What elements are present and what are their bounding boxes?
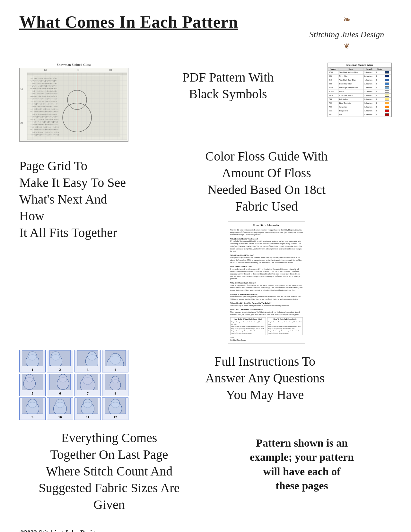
floss-name: Very Dark Baby Blue (338, 78, 363, 82)
floss-number: 321 (328, 113, 338, 117)
svg-text:◊/×+○×◊+/×○◊×+/◊×○+/◊×+○◊/×: ◊/×+○×◊+/×○◊×+/◊×○+/◊×+○◊/× (31, 80, 57, 82)
section-floss: What Floss Should You Use? (230, 254, 303, 257)
page-title: What Comes In Each Pattern (19, 13, 238, 31)
floss-row: 312 Very Dark Baby Blue 4.2 meters 1 (328, 78, 391, 82)
floss-name: Red (338, 113, 363, 117)
svg-text:×◊+×◊/×+○×◊/×+○◊×/+◊×○+/◊×+: ×◊+×◊/×+○×◊/×+○◊×/+◊×○+/◊×+ (31, 77, 57, 79)
svg-point-129 (83, 399, 92, 408)
page-thumbnail: 7 (74, 374, 101, 396)
page-number-label: 9 (20, 415, 45, 419)
floss-length: 1.5 meters (363, 93, 375, 97)
section-start: Where Should I Start My Pattern On The F… (230, 302, 303, 304)
copyright-text: ©2023 Stitching Jules Design (19, 529, 99, 532)
section-fabric: What Fabric Should You Choose? (230, 238, 303, 240)
svg-point-48 (51, 352, 60, 360)
svg-text:+×○◊+×○◊+×○◊/+×○◊+×○◊/+×○◊+: +×○◊+×○◊+×○◊/+×○◊+×○◊/+×○◊+ (31, 113, 58, 115)
page-number-label: 5 (20, 391, 45, 395)
section-mono: I Bought A Monochrome Pattern? (230, 293, 303, 296)
page-number-label: 10 (47, 415, 73, 419)
floss-color-swatch (384, 82, 391, 86)
brand-logo: ❧ Stitching Jules Design ❦ (302, 13, 392, 53)
instructions-signature: JulesStitching Jules Design (230, 336, 303, 341)
true-cross-stitch-box: How To Do A True (Full) Cross Stitch Ste… (230, 317, 266, 335)
floss-skeins: 1 (375, 97, 384, 101)
floss-name: Navy Blue (338, 74, 363, 78)
pattern-note: Pattern shown is anexample; your pattern… (212, 430, 392, 493)
how-to-grid: How To Do A True (Full) Cross Stitch Ste… (230, 317, 303, 335)
pattern-preview: Snowman Stained Glass 607080 10 20 (19, 63, 128, 142)
svg-point-84 (59, 374, 67, 382)
svg-point-111 (28, 399, 37, 408)
floss-number: White (328, 90, 338, 93)
floss-table-title: Snowman Stained Glass (328, 63, 391, 67)
floss-length: 4.2 meters (363, 78, 375, 82)
start-text: The classic way to start is finding the … (230, 305, 303, 307)
svg-text:○◊+×○◊/+×○◊+◊/×+○◊×+◊/×○+◊×: ○◊+×○◊/+×○◊+◊/×+○◊×+◊/×○+◊× (31, 103, 57, 105)
pages-grid-container: 1 (19, 350, 128, 420)
pages-grid: 1 (19, 350, 128, 420)
fabric-text: It's my belief that you should be able t… (230, 240, 303, 252)
full-instructions-label: Full Instructions ToAnswer Any Questions… (138, 350, 392, 403)
svg-point-57 (88, 352, 96, 360)
page-thumbnail: 1 (19, 350, 46, 372)
svg-point-75 (26, 374, 33, 382)
page-number-label: 12 (102, 415, 128, 419)
svg-text:◊+×○◊+×/○◊+×○◊+×○◊/+×○◊+×○◊: ◊+×○◊+×/○◊+×○◊+×○◊/+×○◊+×○◊ (31, 121, 58, 123)
brand-ornament-top: ❧ (334, 13, 360, 28)
page-thumb-svg (75, 374, 101, 390)
floss-color-swatch (384, 78, 391, 82)
floss-skeins: 1 (375, 70, 384, 74)
floss-row: 3750 Very Dark Antique Blue 3.4 meters 1 (328, 70, 391, 74)
floss-row: White White 5.1 meters 1 (328, 90, 391, 93)
svg-text:×○◊+×○◊+×○◊+×/○◊+×○◊+×○◊+×○: ×○◊+×○◊+×○◊+×/○◊+×○◊+×○◊+×○ (31, 126, 59, 128)
center-content: Color Floss Guide WithAmount Of FlossNee… (141, 148, 392, 344)
floss-number: 3823 (328, 93, 338, 97)
floss-skeins: 1 (375, 93, 384, 97)
svg-text:○◊+×○◊+×○◊/+×○◊+×○◊+×/○◊+×○: ○◊+×○◊+×○◊/+×○◊+×○◊+×/○◊+×○ (31, 108, 58, 110)
col-name: Name (338, 67, 363, 70)
floss-skeins: 1 (375, 86, 384, 90)
learn-text: There are many fantastic tutorials on Yo… (230, 311, 303, 316)
section-middle: Page Grid ToMake It Easy To SeeWhat's Ne… (19, 148, 392, 344)
col-length: Length (363, 67, 375, 70)
page-thumb-svg (20, 374, 45, 390)
full-cross-stitch-box: How To Do A Full Cross Stitch Step 1: Go… (267, 317, 303, 335)
floss-row: 3752 Very Light Antique Blue 2.9 meters … (328, 86, 391, 90)
svg-text:+◊×○+◊/×○◊+/×○+◊/×○◊+×○◊+/×: +◊×○+◊/×○◊+/×○+◊/×○◊+×○◊+/× (31, 100, 57, 102)
col-skeins: Skeins (375, 67, 384, 70)
floss-text-body: I designed this pattern with DMC in mind… (230, 257, 303, 264)
floss-length: 2.9 meters (363, 86, 375, 90)
section-pages: 1 (19, 350, 392, 420)
page-thumbnail: 12 (102, 397, 128, 420)
svg-text:○◊+×○◊/+×○◊+×○◊+×/○◊+×○◊+×○: ○◊+×○◊/+×○◊+×○◊+×/○◊+×○◊+×○ (31, 118, 58, 120)
page-thumbnail: 5 (19, 374, 46, 396)
page-thumb-svg (102, 374, 128, 390)
svg-text:+○×◊/+×○◊×/+◊×○◊/+×○◊×+/◊×○: +○×◊/+×○◊×/+◊×○◊/+×○◊×+/◊×○ (31, 83, 57, 84)
svg-point-138 (111, 399, 119, 408)
svg-point-120 (56, 399, 64, 408)
floss-name: Tangerine (338, 105, 363, 109)
page-number-label: 6 (47, 391, 73, 395)
page-thumbnail: 4 (102, 350, 128, 372)
floss-name: White (338, 90, 363, 93)
page-thumb-svg (75, 350, 101, 366)
instructions-intro: Whether this is the first cross stitch p… (230, 229, 303, 236)
page-container: What Comes In Each Pattern ❧ Stitching J… (0, 0, 411, 532)
brand-ornament-bottom: ❦ (334, 41, 360, 53)
floss-color-swatch (384, 97, 391, 101)
floss-skeins: 1 (375, 101, 384, 105)
stitch-text: If you prefer to stitch on fabric counts… (230, 268, 303, 280)
footer: ©2023 Stitching Jules Design (19, 529, 392, 532)
page-number-label: 11 (75, 415, 101, 419)
floss-color-swatch (384, 101, 391, 105)
svg-point-66 (110, 353, 121, 364)
svg-text:+×○◊+×○◊+×○◊+/×○◊+×○◊+×○◊/+: +×○◊+×○◊+×○◊+/×○◊+×○◊+×○◊/+ (31, 124, 58, 126)
svg-text:×◊/+○×◊+/×○◊/×+○◊×+/◊×○+/◊×: ×◊/+○×◊+/×○◊/×+○◊×+/◊×○+/◊× (31, 85, 57, 87)
page-number-label: 7 (75, 391, 101, 395)
floss-row: 321 Red 0.8 meters 1 (328, 113, 391, 117)
page-number-label: 4 (102, 368, 128, 371)
floss-name: Light Tangerine (338, 101, 363, 105)
floss-color-swatch (384, 105, 391, 109)
floss-name: Very Light Antique Blue (338, 86, 363, 90)
floss-guide-thumbnail: Snowman Stained Glass Number Name Length… (328, 63, 392, 117)
